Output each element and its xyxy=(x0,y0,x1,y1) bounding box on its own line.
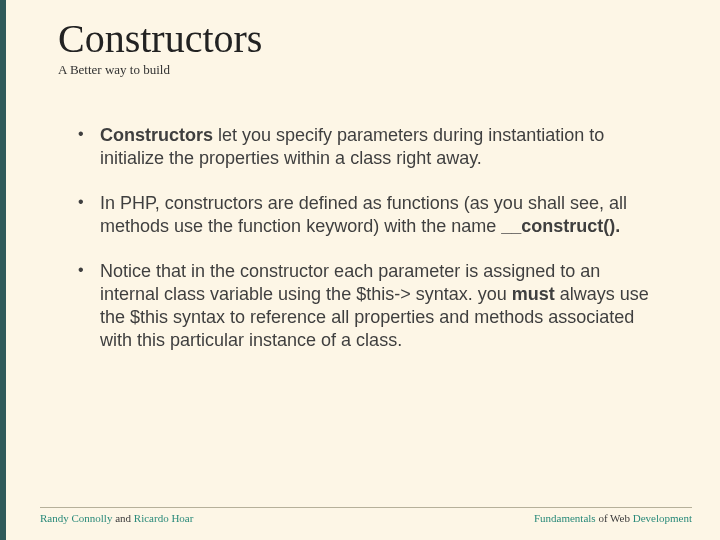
footer-text: and xyxy=(112,512,133,524)
author-name: Ricardo Hoar xyxy=(134,512,194,524)
footer: Randy Connolly and Ricardo Hoar Fundamen… xyxy=(40,507,692,524)
bullet-item: Notice that in the constructor each para… xyxy=(74,260,650,352)
author-name: Randy Connolly xyxy=(40,512,112,524)
bullet-list: Constructors let you specify parameters … xyxy=(74,124,650,352)
slide: Constructors A Better way to build Const… xyxy=(0,0,720,540)
bullet-bold: must xyxy=(512,284,555,304)
footer-left: Randy Connolly and Ricardo Hoar xyxy=(40,512,193,524)
bullet-item: Constructors let you specify parameters … xyxy=(74,124,650,170)
bullet-bold: Constructors xyxy=(100,125,213,145)
footer-right: Fundamentals of Web Development xyxy=(534,512,692,524)
page-subtitle: A Better way to build xyxy=(58,62,672,78)
page-title: Constructors xyxy=(58,18,672,60)
bullet-bold: __construct(). xyxy=(501,216,620,236)
footer-text: of Web xyxy=(596,512,633,524)
book-title-word: Fundamentals xyxy=(534,512,596,524)
bullet-item: In PHP, constructors are defined as func… xyxy=(74,192,650,238)
book-title-word: Development xyxy=(633,512,692,524)
